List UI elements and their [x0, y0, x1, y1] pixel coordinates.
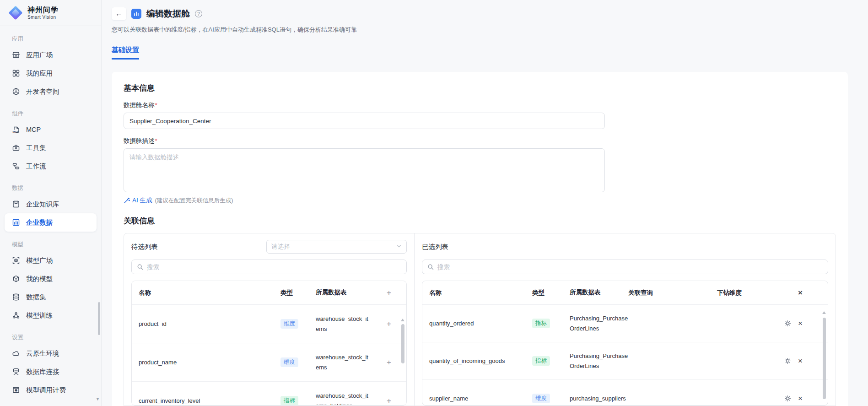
main-content: ← 编辑数据舱 ? 您可以关联数据表中的维度/指标，在AI应用中自动生成精准SQ…: [102, 0, 868, 406]
table-scrollbar[interactable]: [823, 318, 826, 399]
table-row: product_name 维度 warehouse_stock_items +: [132, 343, 406, 382]
col-drilldown: 下钻维度: [717, 289, 779, 297]
sidebar-item-label: 模型调用计费: [26, 386, 66, 395]
sidebar-item-database-connection[interactable]: 数据库连接: [5, 363, 97, 381]
sidebar-item-model-plaza[interactable]: 模型广场: [5, 251, 97, 270]
field-table: warehouse_stock_items: [316, 352, 370, 372]
sidebar-scrollbar[interactable]: [98, 302, 100, 335]
sidebar-group-settings: 设置: [0, 331, 101, 344]
cube-icon: [12, 275, 20, 283]
grid-icon: [12, 69, 20, 77]
col-name: 名称: [429, 289, 532, 297]
app-logo: 神州问学 Smart Vision: [0, 0, 101, 26]
field-name: supplier_name: [429, 395, 532, 402]
required-asterisk: *: [155, 102, 157, 108]
cabin-desc-textarea[interactable]: [124, 148, 605, 192]
sidebar-item-label: 应用广场: [26, 51, 53, 60]
add-icon[interactable]: +: [387, 396, 391, 405]
type-badge: 指标: [532, 356, 550, 366]
required-asterisk: *: [155, 137, 157, 144]
sidebar-item-model-billing[interactable]: ¥ 模型调用计费: [5, 381, 97, 399]
clear-all-icon[interactable]: ×: [798, 289, 803, 297]
sidebar-group-components: 组件: [0, 107, 101, 120]
candidate-search[interactable]: [131, 260, 407, 274]
scroll-down-icon[interactable]: ▼: [96, 397, 100, 401]
scroll-up-icon[interactable]: [822, 311, 826, 314]
sidebar-item-my-models[interactable]: 我的模型: [5, 270, 97, 288]
candidate-panel: 待选列表 请选择 名称 类型 所属数据表 +: [124, 233, 415, 406]
table-row: quantity_ordered 指标 Purchasing_PurchaseO…: [422, 305, 828, 342]
sidebar-item-developer-space[interactable]: 开发者空间: [5, 82, 97, 101]
table-scrollbar[interactable]: [401, 324, 404, 363]
col-table: 所属数据表: [570, 287, 628, 298]
settings-gear-icon[interactable]: [784, 395, 791, 402]
sidebar-item-mcp[interactable]: MCP MCP: [5, 120, 97, 139]
tab-basic-settings[interactable]: 基础设置: [112, 46, 139, 60]
sidebar-item-app-plaza[interactable]: 应用广场: [5, 46, 97, 64]
table-row: product_id 维度 warehouse_stock_items +: [132, 305, 406, 343]
page-header: ← 编辑数据舱 ? 您可以关联数据表中的维度/指标，在AI应用中自动生成精准SQ…: [102, 0, 868, 60]
col-name: 名称: [139, 289, 280, 297]
page-title: 编辑数据舱: [146, 8, 190, 20]
selected-search-input[interactable]: [437, 264, 823, 271]
table-select[interactable]: 请选择: [266, 240, 407, 254]
model-plaza-icon: [12, 256, 20, 265]
field-table: warehouse_stock_items_holdings: [316, 391, 370, 406]
data-cabin-icon: [131, 9, 141, 19]
toolbox-icon: [12, 144, 20, 152]
sidebar-group-data: 数据: [0, 182, 101, 195]
ai-generate-button[interactable]: AI 生成: [124, 196, 152, 205]
type-badge: 指标: [532, 319, 550, 328]
sidebar-item-label: 模型广场: [26, 256, 53, 265]
candidate-search-input[interactable]: [147, 264, 401, 271]
sidebar-item-label: 工作流: [26, 162, 46, 171]
settings-gear-icon[interactable]: [784, 320, 791, 327]
search-icon: [427, 264, 434, 270]
sidebar-item-toolset[interactable]: 工具集: [5, 139, 97, 157]
field-table: purchasing_suppliers: [570, 394, 628, 403]
tab-bar: 基础设置: [112, 46, 858, 60]
selected-search[interactable]: [422, 260, 828, 274]
help-icon[interactable]: ?: [195, 10, 202, 17]
logo-diamond-icon: [8, 5, 23, 20]
selected-panel: 已选列表 名称 类型 所属数据表 关联查询 下钻维度 ×: [415, 233, 836, 406]
page-subtitle: 您可以关联数据表中的维度/指标，在AI应用中自动生成精准SQL语句，确保分析结果…: [112, 26, 858, 34]
remove-icon[interactable]: ×: [798, 395, 803, 402]
candidate-table: 名称 类型 所属数据表 + product_id 维度 warehouse_st…: [131, 281, 407, 406]
name-field-label: 数据舱名称*: [124, 101, 836, 109]
cloud-icon: [12, 349, 20, 357]
knowledge-base-icon: [12, 200, 20, 208]
sidebar-item-datasets[interactable]: 数据集: [5, 288, 97, 306]
sidebar-item-my-apps[interactable]: 我的应用: [5, 64, 97, 82]
col-table: 所属数据表: [316, 287, 370, 298]
settings-card: 基本信息 数据舱名称* 数据舱描述* AI 生成 (建议在配置完关联信息后生成)…: [112, 72, 848, 406]
back-button[interactable]: ←: [112, 7, 126, 20]
sidebar-item-model-training[interactable]: 模型训练: [5, 306, 97, 325]
sidebar-item-label: 数据集: [26, 293, 46, 302]
remove-icon[interactable]: ×: [798, 357, 803, 365]
col-type: 类型: [532, 289, 570, 297]
remove-icon[interactable]: ×: [798, 319, 803, 327]
add-icon[interactable]: +: [387, 358, 391, 367]
sidebar: 神州问学 Smart Vision 应用 应用广场 我的应用 开发者空间 组件 …: [0, 0, 102, 406]
table-row: supplier_name 维度 purchasing_suppliers ×: [422, 380, 828, 406]
add-icon[interactable]: +: [387, 319, 391, 328]
desc-field-label: 数据舱描述*: [124, 137, 836, 145]
sidebar-item-enterprise-data[interactable]: 企业数据: [5, 213, 97, 232]
training-nodes-icon: [12, 311, 20, 319]
field-name: quantity_ordered: [429, 320, 532, 327]
sidebar-item-knowledge-base[interactable]: 企业知识库: [5, 195, 97, 213]
basic-info-title: 基本信息: [124, 83, 836, 93]
sidebar-item-cloud-native[interactable]: 云原生环境: [5, 344, 97, 363]
magic-wand-icon: [124, 197, 130, 204]
sidebar-item-workflow[interactable]: 工作流: [5, 157, 97, 175]
association-panels: 待选列表 请选择 名称 类型 所属数据表 +: [124, 233, 836, 406]
workflow-icon: [12, 162, 20, 170]
add-all-icon[interactable]: +: [387, 288, 391, 297]
svg-text:¥: ¥: [15, 389, 17, 393]
wheel-icon: [12, 87, 20, 96]
sidebar-group-model: 模型: [0, 238, 101, 251]
settings-gear-icon[interactable]: [784, 357, 791, 364]
cabin-name-input[interactable]: [124, 113, 605, 129]
scroll-up-icon[interactable]: [401, 319, 404, 321]
